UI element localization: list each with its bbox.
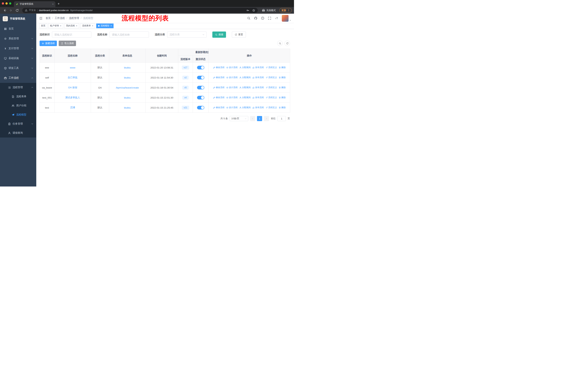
import-process-button[interactable]: 导入流程 [59, 40, 76, 46]
breadcrumb-item[interactable]: 流程管理 [65, 17, 79, 20]
delete-action[interactable]: 删除 [279, 66, 286, 69]
activation-toggle[interactable] [197, 96, 204, 100]
design-process-action[interactable]: 设计流程 [226, 106, 238, 109]
process-definition-action[interactable]: 流程定义 [266, 96, 277, 99]
process-definition-action[interactable]: 流程定义 [266, 66, 277, 69]
process-name-link[interactable]: OA 请假 [68, 86, 77, 89]
edit-process-action[interactable]: 修改流程 [213, 66, 225, 69]
assign-rule-action[interactable]: 分配规则 [239, 76, 251, 79]
not-secure-label[interactable]: 不安全 [29, 9, 36, 12]
browser-menu-icon[interactable]: ⋮ [287, 9, 290, 12]
breadcrumb-item[interactable]: 工作流程 [51, 17, 65, 20]
browser-tab[interactable]: 芋道管理系统 × [14, 1, 55, 7]
search-icon[interactable] [247, 17, 251, 20]
tag-close-icon[interactable]: × [76, 25, 77, 27]
publish-process-action[interactable]: 发布流程 [252, 66, 264, 69]
tag-item-0[interactable]: 首页 [39, 23, 47, 28]
fullscreen-icon[interactable] [268, 17, 271, 20]
design-process-action[interactable]: 设计流程 [226, 76, 238, 79]
sidebar-item-4[interactable]: 研发工具 [0, 63, 36, 73]
address-bar[interactable]: 不安全 dashboard.yudao.iocoder.cn/bpm/manag… [22, 8, 258, 13]
publish-process-action[interactable]: 发布流程 [252, 76, 264, 79]
design-process-action[interactable]: 设计流程 [226, 66, 238, 69]
tag-item-3[interactable]: 流程表单× [80, 23, 95, 28]
create-process-button[interactable]: 新建流程 [40, 40, 57, 46]
sidebar-item-7[interactable]: 流程表单 [0, 92, 36, 101]
process-definition-action[interactable]: 流程定义 [266, 86, 277, 89]
sidebar-item-0[interactable]: 首页 [0, 24, 36, 34]
activation-toggle[interactable] [197, 66, 204, 69]
tab-close-icon[interactable]: × [52, 3, 53, 5]
current-page-button[interactable]: 1 [257, 116, 262, 121]
delete-action[interactable]: 删除 [279, 96, 286, 99]
process-name-link[interactable]: eeee [70, 66, 75, 69]
user-menu[interactable] [282, 15, 291, 22]
sidebar-item-6[interactable]: 流程管理 [0, 83, 36, 92]
form-info-link[interactable]: biubiu [124, 66, 130, 69]
sidebar-item-3[interactable]: 基础设施 [0, 53, 36, 63]
process-definition-action[interactable]: 流程定义 [266, 76, 277, 79]
avatar[interactable] [282, 15, 289, 22]
prev-page-button[interactable] [250, 116, 255, 121]
edit-process-action[interactable]: 修改流程 [213, 86, 225, 89]
process-name-input[interactable] [110, 31, 149, 38]
sidebar-item-10[interactable]: 任务管理 [0, 119, 36, 128]
tag-item-2[interactable]: 我的流程× [64, 23, 79, 28]
form-info-link[interactable]: biubiu [124, 106, 130, 109]
design-process-action[interactable]: 设计流程 [226, 86, 238, 89]
sidebar-item-1[interactable]: 系统管理 [0, 34, 36, 43]
publish-process-action[interactable]: 发布流程 [252, 106, 264, 109]
form-info-link[interactable]: biubiu [124, 96, 130, 99]
new-tab-button[interactable]: + [58, 2, 60, 6]
sidebar-item-2[interactable]: ¥支付管理 [0, 43, 36, 53]
activation-toggle[interactable] [197, 76, 204, 80]
assign-rule-action[interactable]: 分配规则 [239, 86, 251, 89]
publish-process-action[interactable]: 发布流程 [252, 86, 264, 89]
edit-process-action[interactable]: 修改流程 [213, 106, 225, 109]
assign-rule-action[interactable]: 分配规则 [239, 106, 251, 109]
publish-process-action[interactable]: 发布流程 [252, 96, 264, 99]
github-icon[interactable] [254, 17, 257, 20]
help-icon[interactable]: ? [261, 17, 264, 20]
process-definition-action[interactable]: 流程定义 [266, 106, 277, 109]
sidebar-item-8[interactable]: 用户分组 [0, 101, 36, 110]
delete-action[interactable]: 删除 [279, 106, 286, 109]
tag-item-4[interactable]: 流程模型× [96, 23, 114, 28]
window-minimize-button[interactable] [5, 2, 8, 5]
edit-process-action[interactable]: 修改流程 [213, 96, 225, 99]
tag-item-1[interactable]: 租户管理× [48, 23, 63, 28]
category-select[interactable]: 流程分类 [167, 31, 207, 38]
back-button[interactable] [3, 9, 6, 12]
assign-rule-action[interactable]: 分配规则 [239, 96, 251, 99]
process-name-link[interactable]: 自己审批 [68, 76, 78, 79]
process-name-link[interactable]: 测试多审批人 [65, 96, 80, 99]
toggle-search-button[interactable] [277, 40, 283, 46]
window-zoom-button[interactable] [9, 2, 11, 5]
window-close-button[interactable] [2, 2, 4, 5]
assign-rule-action[interactable]: 分配规则 [239, 66, 251, 69]
activation-toggle[interactable] [197, 106, 204, 110]
design-process-action[interactable]: 设计流程 [226, 96, 238, 99]
sidebar-item-11[interactable]: 请假查询 [0, 128, 36, 138]
reload-button[interactable] [15, 9, 19, 12]
font-size-icon[interactable]: TT [275, 17, 278, 20]
process-id-input[interactable] [52, 31, 91, 38]
next-page-button[interactable] [264, 116, 269, 121]
activation-toggle[interactable] [197, 86, 204, 90]
browser-update-button[interactable]: 更新 ⋮ [279, 8, 292, 13]
delete-action[interactable]: 删除 [279, 76, 286, 79]
refresh-table-button[interactable] [284, 40, 290, 46]
tag-close-icon[interactable]: × [60, 25, 62, 27]
breadcrumb-item[interactable]: 首页 [46, 17, 51, 20]
password-key-icon[interactable] [246, 9, 249, 12]
goto-page-input[interactable] [277, 116, 286, 121]
sidebar-item-9[interactable]: 流程模型 [0, 110, 36, 119]
bookmark-star-icon[interactable] [252, 9, 255, 12]
search-button[interactable]: 搜索 [212, 31, 226, 38]
tag-close-icon[interactable]: × [110, 25, 112, 27]
delete-action[interactable]: 删除 [279, 86, 286, 89]
form-info-link[interactable]: biubiu [124, 76, 130, 79]
edit-process-action[interactable]: 修改流程 [213, 76, 225, 79]
tag-close-icon[interactable]: × [92, 25, 93, 27]
page-size-select[interactable]: 10条/页 [230, 116, 248, 121]
